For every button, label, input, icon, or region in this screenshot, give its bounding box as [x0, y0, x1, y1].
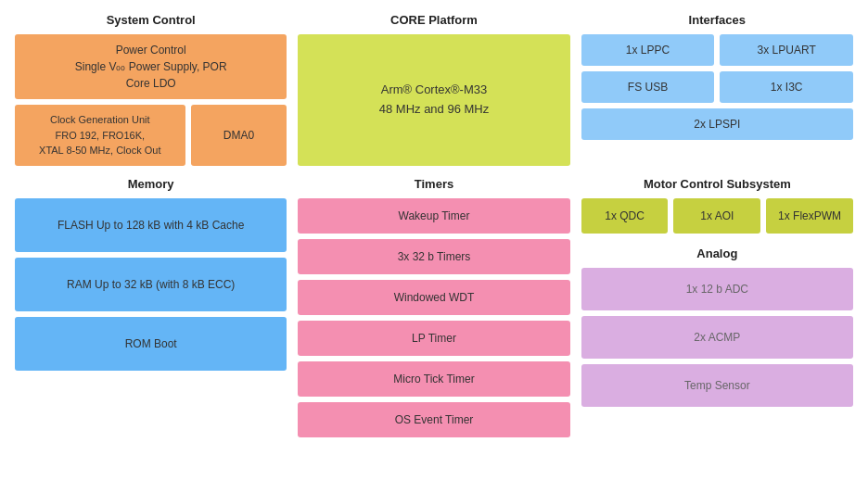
timers-title: Timers	[298, 177, 569, 191]
timers-section: Timers Wakeup Timer3x 32 b TimersWindowe…	[298, 177, 569, 437]
timer-block-3: LP Timer	[298, 321, 569, 356]
ram-block: RAM Up to 32 kB (with 8 kB ECC)	[15, 258, 287, 311]
clock-dma-row: Clock Generation Unit FRO 192, FRO16K, X…	[15, 105, 287, 166]
fsusb-block: FS USB	[581, 71, 715, 103]
core-block: Arm® Cortex®-M33 48 MHz and 96 MHz	[298, 34, 569, 166]
interfaces-title: Interfaces	[581, 13, 853, 27]
analog-content: 1x 12 b ADC2x ACMPTemp Sensor	[581, 268, 853, 437]
lpspi-block: 2x LPSPI	[581, 108, 853, 140]
interfaces-content: 1x LPPC 3x LPUART FS USB 1x I3C 2x LPSPI	[581, 34, 853, 166]
timer-block-1: 3x 32 b Timers	[298, 239, 569, 274]
analog-block-0: 1x 12 b ADC	[581, 268, 853, 310]
analog-block-1: 2x ACMP	[581, 316, 853, 359]
dma-block: DMA0	[191, 105, 287, 166]
lpuart-block: 3x LPUART	[720, 34, 853, 66]
right-column: Motor Control Subsystem 1x QDC1x AOI1x F…	[581, 177, 853, 437]
analog-block-2: Temp Sensor	[581, 364, 853, 407]
system-control-content: Power Control Single V₀₀ Power Supply, P…	[15, 34, 287, 166]
motor-row: 1x QDC1x AOI1x FlexPWM	[581, 198, 853, 234]
interfaces-section: Interfaces 1x LPPC 3x LPUART FS USB 1x I…	[581, 13, 853, 166]
rom-block: ROM Boot	[15, 317, 287, 371]
timer-block-4: Micro Tick Timer	[298, 361, 569, 397]
clock-block: Clock Generation Unit FRO 192, FRO16K, X…	[15, 105, 185, 166]
timers-content: Wakeup Timer3x 32 b TimersWindowed WDTLP…	[298, 198, 569, 437]
system-control-title: System Control	[15, 13, 287, 27]
motor-control-title: Motor Control Subsystem	[581, 177, 853, 191]
system-control-section: System Control Power Control Single V₀₀ …	[15, 13, 287, 166]
timer-block-5: OS Event Timer	[298, 402, 569, 437]
timer-block-2: Windowed WDT	[298, 280, 569, 315]
timer-block-0: Wakeup Timer	[298, 198, 569, 234]
i3c-block: 1x I3C	[720, 71, 853, 103]
motor-block-0: 1x QDC	[581, 198, 669, 234]
core-title: CORE Platform	[298, 13, 569, 27]
flash-block: FLASH Up to 128 kB with 4 kB Cache	[15, 198, 287, 252]
interfaces-row3: 2x LPSPI	[581, 108, 853, 140]
memory-title: Memory	[15, 177, 287, 191]
memory-section: Memory FLASH Up to 128 kB with 4 kB Cach…	[15, 177, 287, 437]
power-control-block: Power Control Single V₀₀ Power Supply, P…	[15, 34, 287, 99]
motor-block-1: 1x AOI	[673, 198, 760, 234]
motor-block-2: 1x FlexPWM	[766, 198, 853, 234]
main-diagram: System Control Power Control Single V₀₀ …	[0, 0, 868, 450]
memory-content: FLASH Up to 128 kB with 4 kB Cache RAM U…	[15, 198, 287, 437]
core-section: CORE Platform Arm® Cortex®-M33 48 MHz an…	[298, 13, 569, 166]
lppc-block: 1x LPPC	[581, 34, 715, 66]
core-content: Arm® Cortex®-M33 48 MHz and 96 MHz	[298, 34, 569, 166]
analog-title: Analog	[581, 246, 853, 260]
interfaces-row2: FS USB 1x I3C	[581, 71, 853, 103]
interfaces-row1: 1x LPPC 3x LPUART	[581, 34, 853, 66]
